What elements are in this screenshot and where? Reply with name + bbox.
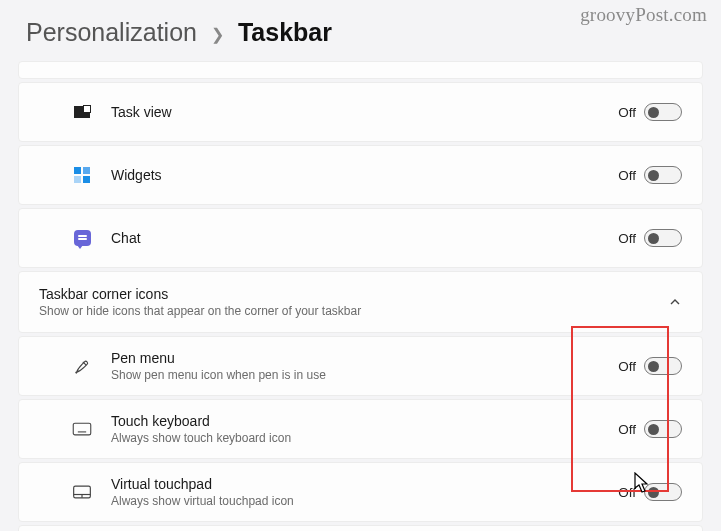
section-taskbar-corner-overflow[interactable]: Taskbar corner overflow [18, 525, 703, 531]
chevron-right-icon: ❯ [211, 21, 224, 44]
widgets-icon [71, 164, 93, 186]
previous-section-stub [18, 61, 703, 79]
touch-keyboard-toggle[interactable] [644, 420, 682, 438]
setting-label: Task view [111, 104, 618, 120]
chat-toggle[interactable] [644, 229, 682, 247]
setting-label: Widgets [111, 167, 618, 183]
setting-row-virtual-touchpad[interactable]: Virtual touchpad Always show virtual tou… [18, 462, 703, 522]
task-view-toggle[interactable] [644, 103, 682, 121]
breadcrumb-parent[interactable]: Personalization [26, 18, 197, 47]
watermark-text: groovyPost.com [580, 4, 707, 26]
setting-label: Virtual touchpad [111, 476, 618, 492]
toggle-state-label: Off [618, 105, 636, 120]
widgets-toggle[interactable] [644, 166, 682, 184]
section-subtitle: Show or hide icons that appear on the co… [39, 304, 668, 318]
section-title: Taskbar corner icons [39, 286, 668, 302]
setting-row-task-view[interactable]: Task view Off [18, 82, 703, 142]
setting-label: Touch keyboard [111, 413, 618, 429]
breadcrumb-current: Taskbar [238, 18, 332, 47]
setting-sublabel: Always show touch keyboard icon [111, 431, 618, 445]
setting-row-touch-keyboard[interactable]: Touch keyboard Always show touch keyboar… [18, 399, 703, 459]
setting-row-pen-menu[interactable]: Pen menu Show pen menu icon when pen is … [18, 336, 703, 396]
toggle-state-label: Off [618, 168, 636, 183]
task-view-icon [71, 101, 93, 123]
keyboard-icon [71, 418, 93, 440]
pen-icon [71, 355, 93, 377]
setting-label: Chat [111, 230, 618, 246]
setting-row-chat[interactable]: Chat Off [18, 208, 703, 268]
toggle-state-label: Off [618, 359, 636, 374]
toggle-state-label: Off [618, 422, 636, 437]
svg-rect-0 [73, 423, 91, 435]
cursor-icon [634, 472, 652, 498]
touchpad-icon [71, 481, 93, 503]
setting-sublabel: Always show virtual touchpad icon [111, 494, 618, 508]
setting-sublabel: Show pen menu icon when pen is in use [111, 368, 618, 382]
setting-label: Pen menu [111, 350, 618, 366]
setting-row-widgets[interactable]: Widgets Off [18, 145, 703, 205]
chevron-up-icon[interactable] [668, 295, 682, 309]
pen-menu-toggle[interactable] [644, 357, 682, 375]
chat-icon [71, 227, 93, 249]
section-taskbar-corner-icons[interactable]: Taskbar corner icons Show or hide icons … [18, 271, 703, 333]
toggle-state-label: Off [618, 231, 636, 246]
